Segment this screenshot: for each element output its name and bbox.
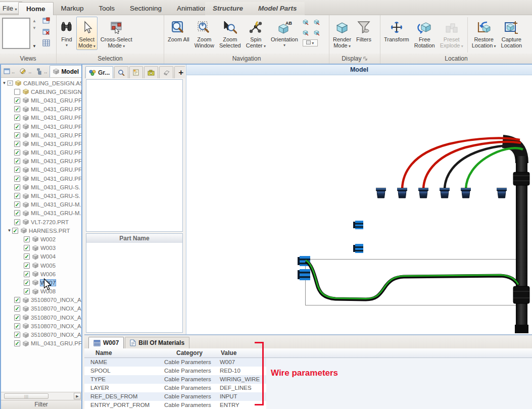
tree-item-mil_0431_gru.pf[interactable]: ✓MIL_0431_GRU.PF bbox=[1, 96, 81, 105]
bottom-tab-w007[interactable]: W007 bbox=[88, 337, 124, 348]
pot-connector-2[interactable] bbox=[397, 188, 407, 198]
pot-connector-4[interactable] bbox=[440, 188, 450, 198]
tree-item-w005[interactable]: ✓W005 bbox=[1, 261, 81, 270]
visibility-checkbox[interactable]: ✓ bbox=[14, 97, 20, 104]
ribbon-tab-markup[interactable]: Markup bbox=[54, 2, 91, 15]
visibility-checkbox[interactable]: ✓ bbox=[14, 141, 20, 147]
tree-item-35108070_inox_a[interactable]: ✓35108070_INOX_A bbox=[1, 313, 81, 322]
attribute-row-type[interactable]: TYPECable ParametersWIRING_WIRE bbox=[84, 375, 266, 384]
visibility-checkbox[interactable]: ✓ bbox=[24, 263, 30, 269]
visibility-checkbox[interactable]: ✓ bbox=[14, 158, 20, 164]
tree-item-35108070_inox_a[interactable]: ✓35108070_INOX_A bbox=[1, 330, 81, 339]
tree-item-cabling_design.as[interactable]: ▼CABLING_DESIGN.AS bbox=[1, 79, 81, 87]
visibility-checkbox[interactable]: ✓ bbox=[12, 228, 18, 234]
tree-item-mil_0431_gru.pf[interactable]: ✓MIL_0431_GRU.PF bbox=[1, 139, 81, 148]
delete-view-icon[interactable] bbox=[42, 28, 50, 37]
visibility-checkbox[interactable]: ✓ bbox=[14, 315, 20, 321]
ribbon-tab-sectioning[interactable]: Sectioning bbox=[122, 2, 169, 15]
visibility-checkbox[interactable]: ✓ bbox=[14, 340, 20, 346]
visibility-checkbox[interactable]: ✓ bbox=[14, 297, 20, 303]
transform-button[interactable]: Transform bbox=[382, 17, 411, 43]
free-rotation-button[interactable]: FreeRotation bbox=[412, 17, 437, 49]
zoom-all-button[interactable]: Zoom All bbox=[166, 17, 191, 43]
pot-connector-3[interactable] bbox=[418, 188, 428, 198]
expander-icon[interactable]: ▼ bbox=[7, 228, 12, 233]
left-tab-annotations[interactable]: .. bbox=[17, 65, 34, 77]
tree-item-mil_0431_gru.pf[interactable]: ✓MIL_0431_GRU.PF bbox=[1, 114, 81, 122]
tree-item-vlt-2720.prt[interactable]: ✓VLT-2720.PRT bbox=[1, 218, 81, 226]
tree-item-w004[interactable]: ✓W004 bbox=[1, 252, 81, 261]
visibility-checkbox[interactable]: ✓ bbox=[14, 124, 20, 130]
tree-item-w007[interactable]: ✓W007 bbox=[1, 278, 81, 287]
tab-groups[interactable]: Gr... bbox=[85, 66, 113, 78]
render-mode-button[interactable]: RenderMode ▾ bbox=[331, 17, 353, 50]
views-gallery-expand-button[interactable]: ▼ bbox=[32, 44, 36, 48]
visibility-checkbox[interactable]: ✓ bbox=[14, 201, 20, 208]
left-tab-views[interactable]: .. bbox=[1, 65, 17, 77]
tree-item-w008[interactable]: ✓W008 bbox=[1, 287, 81, 296]
tree-item-mil_0431_gru.pf[interactable]: ✓MIL_0431_GRU.PF bbox=[1, 105, 81, 114]
tree-item-cabling_design[interactable]: CABLING_DESIGN bbox=[1, 87, 81, 96]
select-mode-button[interactable]: SelectMode ▾ bbox=[76, 17, 98, 50]
tree-horizontal-scrollbar[interactable]: |||| ▶ bbox=[1, 392, 81, 400]
tree-item-35108070_inox_a[interactable]: ✓35108070_INOX_A bbox=[1, 322, 81, 330]
part-name-list[interactable] bbox=[86, 243, 183, 333]
filters-button[interactable]: Filters bbox=[354, 17, 373, 43]
tab-notes[interactable] bbox=[129, 66, 143, 78]
zoom-selected-button[interactable]: ZoomSelected bbox=[217, 17, 243, 49]
attribute-row-ref_des_from[interactable]: REF_DES_FROMCable ParametersINPUT bbox=[84, 392, 266, 401]
tab-find-results[interactable] bbox=[114, 66, 128, 78]
tree-item-harness.prt[interactable]: ▼✓HARNESS.PRT bbox=[1, 226, 81, 235]
left-tab-structure[interactable]: .. bbox=[34, 65, 50, 77]
view-grid-icon[interactable] bbox=[42, 39, 50, 48]
visibility-checkbox[interactable]: ✓ bbox=[14, 167, 20, 173]
visibility-checkbox[interactable]: ✓ bbox=[24, 280, 30, 286]
harness-connector-2[interactable] bbox=[298, 269, 310, 280]
tree-item-mil_0431_gru.pf[interactable]: ✓MIL_0431_GRU.PF bbox=[1, 131, 81, 139]
tree-item-mil_0431_gru-s.[interactable]: ✓MIL_0431_GRU-S. bbox=[1, 191, 81, 200]
visibility-checkbox[interactable]: ✓ bbox=[14, 106, 20, 112]
tree-item-mil_0431_gru.pf[interactable]: ✓MIL_0431_GRU.PF bbox=[1, 157, 81, 166]
attribute-row-spool[interactable]: SPOOLCable ParametersRED-10 bbox=[84, 367, 266, 375]
display-dialog-launcher-icon[interactable] bbox=[363, 57, 368, 61]
tree-item-w002[interactable]: ✓W002 bbox=[1, 235, 81, 243]
ribbon-tab-model-parts[interactable]: Model Parts bbox=[251, 2, 305, 15]
visibility-checkbox[interactable]: ✓ bbox=[14, 149, 20, 156]
tree-item-mil_0431_gru.pf[interactable]: ✓MIL_0431_GRU.PF bbox=[1, 339, 81, 348]
attribute-row-entry_port_from[interactable]: ENTRY_PORT_FROMCable ParametersENTRY bbox=[84, 401, 266, 409]
orientation-button[interactable]: ABOrientation▾ bbox=[269, 17, 300, 49]
scrollbar-right-arrow[interactable]: ▶ bbox=[74, 393, 81, 399]
zoom-window-button[interactable]: ZoomWindow bbox=[192, 17, 216, 49]
capture-location-button[interactable]: CaptureLocation bbox=[499, 17, 524, 49]
tree-item-w003[interactable]: ✓W003 bbox=[1, 244, 81, 252]
tree-item-mil_0431_gru-m.[interactable]: ✓MIL_0431_GRU-M. bbox=[1, 200, 81, 209]
visibility-checkbox[interactable]: ✓ bbox=[24, 236, 30, 242]
restore-location-button[interactable]: RestoreLocation ▾ bbox=[470, 17, 498, 50]
visibility-checkbox[interactable]: ✓ bbox=[14, 323, 20, 329]
view-thumbnail[interactable] bbox=[2, 18, 30, 49]
visibility-checkbox[interactable]: ✓ bbox=[14, 305, 20, 312]
views-scroll-up-button[interactable]: ▲ bbox=[32, 19, 36, 23]
attribute-row-name[interactable]: NAMECable ParametersW007 bbox=[84, 358, 266, 367]
tab-images[interactable] bbox=[144, 66, 158, 78]
visibility-checkbox[interactable]: ✓ bbox=[14, 210, 20, 216]
visibility-checkbox[interactable]: ✓ bbox=[24, 245, 30, 251]
pot-connector-1[interactable] bbox=[376, 188, 386, 198]
visibility-checkbox[interactable]: ✓ bbox=[14, 332, 20, 338]
tree-item-w006[interactable]: ✓W006 bbox=[1, 270, 81, 278]
views-scroll-down-button[interactable]: ▼ bbox=[32, 26, 36, 30]
find-button[interactable]: Find▾ bbox=[58, 17, 75, 49]
tree-item-mil_0431_gru-s.[interactable]: ✓MIL_0431_GRU-S. bbox=[1, 183, 81, 191]
ribbon-tab-tools[interactable]: Tools bbox=[91, 2, 123, 15]
visibility-checkbox[interactable]: ✓ bbox=[14, 132, 20, 138]
visibility-checkbox[interactable]: ✓ bbox=[14, 176, 20, 182]
tab-eraser[interactable] bbox=[159, 66, 173, 78]
visibility-checkbox[interactable]: ✓ bbox=[24, 271, 30, 277]
attribute-row-layer[interactable]: LAYERCable ParametersDEF_LINES bbox=[84, 384, 266, 392]
add-group-button[interactable]: + bbox=[174, 66, 185, 78]
tree-item-mil_0431_gru.pf[interactable]: ✓MIL_0431_GRU.PF bbox=[1, 122, 81, 131]
tree-item-mil_0431_gru.pf[interactable]: ✓MIL_0431_GRU.PF bbox=[1, 148, 81, 157]
ribbon-tab-structure[interactable]: Structure bbox=[205, 2, 251, 15]
ribbon-tab-home[interactable]: Home bbox=[18, 2, 54, 15]
display-option-icon[interactable] bbox=[314, 29, 322, 38]
